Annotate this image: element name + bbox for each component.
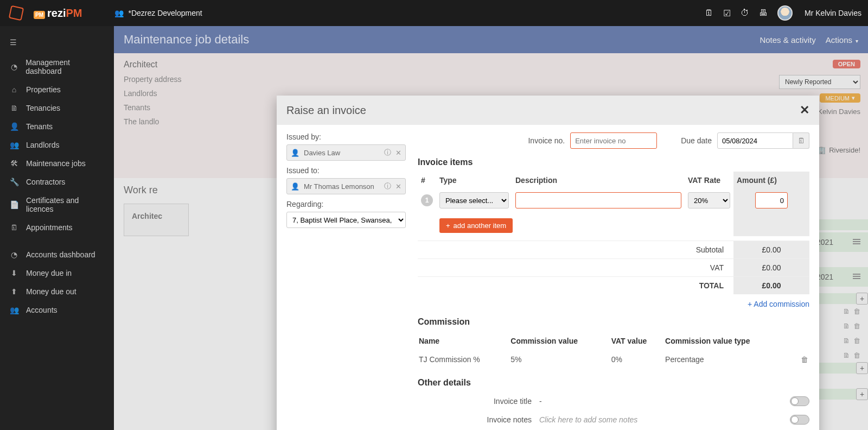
item-description-input[interactable] bbox=[515, 192, 681, 208]
person-icon: 👤 bbox=[10, 122, 18, 131]
brand-badge: PM bbox=[34, 11, 45, 19]
invoice-no-input[interactable] bbox=[570, 132, 657, 149]
regarding-label: Regarding: bbox=[286, 200, 406, 208]
remove-icon[interactable]: ✕ bbox=[395, 149, 401, 157]
group2-icon: 👥 bbox=[10, 306, 18, 314]
commission-row: TJ Commission % 5% 0% Percentage 🗑 bbox=[419, 351, 808, 368]
com-col-vat: VAT value bbox=[611, 332, 664, 350]
vat-value: £0.00 bbox=[733, 259, 809, 276]
invoice-notes-label: Invoice notes bbox=[418, 415, 532, 424]
due-date-label: Due date bbox=[681, 136, 712, 145]
other-details-heading: Other details bbox=[418, 378, 809, 388]
plus-icon: + bbox=[748, 300, 754, 308]
invoice-notes-value[interactable]: Click here to add some notes bbox=[539, 415, 782, 424]
download-icon: ⬇ bbox=[10, 269, 18, 277]
nav-landlords[interactable]: 👥Landlords bbox=[0, 136, 114, 154]
invoice-title-label: Invoice title bbox=[418, 397, 532, 406]
sidebar: ☰ ◔Management dashboard ⌂Properties 🗎Ten… bbox=[0, 26, 114, 430]
invoice-title-toggle[interactable] bbox=[790, 396, 809, 406]
nav-contractors[interactable]: 🔧Contractors bbox=[0, 173, 114, 191]
nav-accounts-dashboard[interactable]: ◔Accounts dashboard bbox=[0, 245, 114, 264]
invoice-title-value[interactable]: - bbox=[539, 397, 782, 406]
regarding-select[interactable]: 7, Baptist Well Place, Swansea, V bbox=[286, 212, 406, 228]
invoice-notes-toggle[interactable] bbox=[790, 415, 809, 425]
nav-appointments[interactable]: 🗓Appointments bbox=[0, 218, 114, 237]
subtotal-label: Subtotal bbox=[418, 241, 733, 258]
add-item-button[interactable]: +add another item bbox=[439, 218, 513, 233]
col-num: # bbox=[418, 172, 436, 189]
close-icon[interactable]: ✕ bbox=[800, 103, 809, 117]
item-vat-select[interactable]: 20% bbox=[688, 192, 730, 208]
add-commission-link[interactable]: + Add commission bbox=[418, 300, 809, 308]
due-date-input[interactable] bbox=[717, 132, 793, 149]
user-avatar[interactable] bbox=[777, 5, 793, 21]
print-icon[interactable]: 🖶 bbox=[759, 8, 768, 18]
item-type-select[interactable]: Please select... bbox=[439, 192, 509, 208]
invoice-items-heading: Invoice items bbox=[418, 157, 809, 167]
username-label[interactable]: Mr Kelvin Davies bbox=[805, 9, 861, 17]
col-desc: Description bbox=[512, 172, 685, 189]
vat-label: VAT bbox=[418, 259, 733, 276]
workspace-title: *Dezrez Development bbox=[128, 9, 202, 17]
file-icon: 📄 bbox=[10, 200, 18, 209]
issued-to-label: Issued to: bbox=[286, 166, 406, 175]
delete-commission-button[interactable]: 🗑 bbox=[792, 351, 808, 368]
nav-money-in[interactable]: ⬇Money due in bbox=[0, 264, 114, 282]
info-icon[interactable]: ⓘ bbox=[384, 181, 391, 191]
document-icon: 🗎 bbox=[10, 104, 18, 112]
com-col-value: Commission value bbox=[510, 332, 610, 350]
group-icon: 👥 bbox=[114, 9, 124, 17]
info-icon[interactable]: ⓘ bbox=[384, 148, 391, 157]
hamburger-icon[interactable]: ☰ bbox=[0, 31, 114, 53]
plus-icon: + bbox=[446, 222, 450, 230]
person-icon: 👤 bbox=[291, 182, 299, 191]
app-logo-icon bbox=[7, 3, 26, 23]
nav-certificates[interactable]: 📄Certificates and licences bbox=[0, 191, 114, 218]
nav-accounts[interactable]: 👥Accounts bbox=[0, 301, 114, 319]
wrench-icon: 🔧 bbox=[10, 178, 18, 186]
total-value: £0.00 bbox=[733, 277, 809, 294]
top-bar: PM reziPM 👥 *Dezrez Development 🗓 ☑ ⏱ 🖶 … bbox=[0, 0, 868, 26]
gauge-icon: ◔ bbox=[10, 62, 18, 71]
modal-title: Raise an invoice bbox=[286, 104, 366, 117]
commission-heading: Commission bbox=[418, 317, 809, 327]
nav-properties[interactable]: ⌂Properties bbox=[0, 80, 114, 99]
tasks-icon[interactable]: ☑ bbox=[723, 8, 731, 18]
remove-icon[interactable]: ✕ bbox=[395, 182, 401, 191]
nav-tenants[interactable]: 👤Tenants bbox=[0, 117, 114, 136]
total-label: TOTAL bbox=[418, 277, 733, 294]
upload-icon: ⬆ bbox=[10, 287, 18, 296]
col-amount: Amount (£) bbox=[733, 172, 809, 189]
raise-invoice-modal: Raise an invoice ✕ Issued by: 👤 Davies L… bbox=[277, 96, 819, 430]
nav-money-out[interactable]: ⬆Money due out bbox=[0, 282, 114, 301]
alert-icon[interactable]: ⏱ bbox=[741, 8, 749, 18]
issued-by-label: Issued by: bbox=[286, 132, 406, 141]
calendar2-icon: 🗓 bbox=[10, 223, 18, 232]
person-icon: 👤 bbox=[291, 149, 299, 157]
tools-icon: 🛠 bbox=[10, 159, 18, 168]
com-col-type: Commission value type bbox=[665, 332, 791, 350]
invoice-item-row: 1 Please select... 20% bbox=[418, 189, 809, 212]
home-icon: ⌂ bbox=[10, 85, 18, 94]
calendar-picker-icon[interactable]: 🗓 bbox=[793, 132, 809, 149]
gauge2-icon: ◔ bbox=[10, 250, 18, 259]
col-type: Type bbox=[436, 172, 512, 189]
com-col-name: Name bbox=[419, 332, 509, 350]
people-icon: 👥 bbox=[10, 141, 18, 149]
subtotal-value: £0.00 bbox=[733, 241, 809, 258]
item-amount-input[interactable] bbox=[755, 192, 788, 208]
col-vat: VAT Rate bbox=[685, 172, 733, 189]
issued-to-chip[interactable]: 👤 Mr Thomas Lemonson ⓘ ✕ bbox=[286, 178, 406, 194]
brand-logo: PM reziPM bbox=[34, 7, 82, 20]
nav-management-dashboard[interactable]: ◔Management dashboard bbox=[0, 53, 114, 80]
row-number: 1 bbox=[421, 194, 433, 206]
calendar-icon[interactable]: 🗓 bbox=[705, 8, 713, 18]
issued-by-chip[interactable]: 👤 Davies Law ⓘ ✕ bbox=[286, 144, 406, 161]
nav-tenancies[interactable]: 🗎Tenancies bbox=[0, 99, 114, 117]
nav-maintenance-jobs[interactable]: 🛠Maintenance jobs bbox=[0, 154, 114, 173]
invoice-no-label: Invoice no. bbox=[528, 136, 565, 145]
